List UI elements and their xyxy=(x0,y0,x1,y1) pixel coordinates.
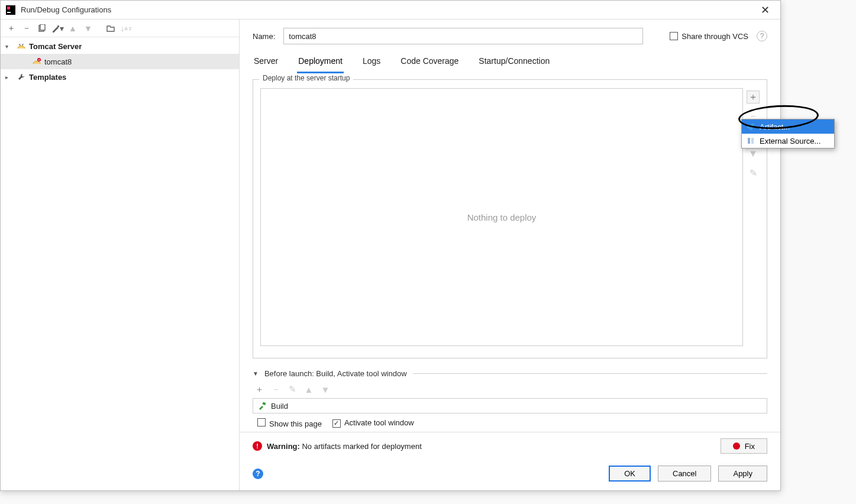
ok-button[interactable]: OK xyxy=(609,466,651,482)
checkbox-icon[interactable] xyxy=(670,32,678,40)
chevron-right-icon: ▸ xyxy=(5,74,14,80)
remove-config-button[interactable]: － xyxy=(20,21,34,35)
chevron-down-icon: ▼ xyxy=(253,370,259,377)
chevron-down-icon: ▾ xyxy=(5,43,14,50)
popup-item-artifact[interactable]: Artifact... xyxy=(742,119,834,134)
warning-bar: ! Warning: No artifacts marked for deplo… xyxy=(240,432,780,460)
config-tabs: Server Deployment Logs Code Coverage Sta… xyxy=(240,48,780,73)
deploy-area: Nothing to deploy ＋ － ▲ ▼ ✎ xyxy=(260,88,760,346)
svg-text:✕: ✕ xyxy=(38,58,40,62)
config-name-input[interactable] xyxy=(283,28,643,44)
close-icon[interactable]: ✕ xyxy=(755,1,776,19)
wrench-icon xyxy=(16,73,27,81)
tree-label: tomcat8 xyxy=(44,57,72,66)
move-down-button[interactable]: ▼ xyxy=(81,21,95,35)
tree-node-tomcat-server[interactable]: ▾ Tomcat Server xyxy=(1,38,239,54)
warning-text: No artifacts marked for deployment xyxy=(300,442,422,451)
copy-config-button[interactable] xyxy=(35,21,49,35)
name-label: Name: xyxy=(253,32,275,41)
tree-node-templates[interactable]: ▸ Templates xyxy=(1,69,239,85)
deploy-list: Nothing to deploy xyxy=(260,88,743,346)
name-row: Name: Share through VCS ? xyxy=(240,20,780,48)
dialog-body: ＋ － ▾ ▲ ▼ ↓a z xyxy=(1,20,780,490)
svg-rect-8 xyxy=(262,402,266,405)
before-launch-header[interactable]: ▼ Before launch: Build, Activate tool wi… xyxy=(253,369,767,378)
folder-button[interactable] xyxy=(104,21,118,35)
deploy-edit-button[interactable]: ✎ xyxy=(747,166,760,179)
before-launch-section: ▼ Before launch: Build, Activate tool wi… xyxy=(253,369,767,428)
bl-down-button[interactable]: ▼ xyxy=(319,383,332,396)
window-root: Run/Debug Configurations ✕ ＋ － ▾ ▲ ▼ xyxy=(0,0,856,504)
external-source-icon xyxy=(747,137,755,145)
bl-remove-button[interactable]: － xyxy=(269,383,282,396)
move-up-button[interactable]: ▲ xyxy=(66,21,80,35)
tab-startup-connection[interactable]: Startup/Connection xyxy=(477,53,551,73)
svg-rect-1 xyxy=(7,7,10,9)
popup-item-external-source[interactable]: External Source... xyxy=(742,134,834,148)
svg-rect-12 xyxy=(748,138,750,144)
warning-icon: ! xyxy=(253,441,262,451)
main-panel: Name: Share through VCS ? Server Deploym… xyxy=(240,20,780,490)
tab-deployment[interactable]: Deployment xyxy=(297,53,344,73)
bulb-icon xyxy=(733,442,740,450)
config-sidebar: ＋ － ▾ ▲ ▼ ↓a z xyxy=(1,20,240,490)
intellij-icon xyxy=(5,5,16,15)
config-tree: ▾ Tomcat Server ✕ tomcat8 ▸ xyxy=(1,37,239,490)
tab-logs[interactable]: Logs xyxy=(361,53,382,73)
svg-rect-13 xyxy=(751,138,754,144)
sidebar-toolbar: ＋ － ▾ ▲ ▼ ↓a z xyxy=(1,20,239,37)
popup-label: External Source... xyxy=(760,137,821,146)
deploy-down-button[interactable]: ▼ xyxy=(747,147,760,160)
dialog-buttons: ? OK Cancel Apply xyxy=(240,460,780,490)
cancel-button[interactable]: Cancel xyxy=(658,466,711,482)
deploy-add-button[interactable]: ＋ xyxy=(747,91,760,104)
apply-button[interactable]: Apply xyxy=(718,466,767,482)
before-launch-item-build[interactable]: Build xyxy=(253,398,767,413)
share-through-vcs[interactable]: Share through VCS xyxy=(670,32,748,41)
deploy-panel-title: Deploy at the server startup xyxy=(259,74,353,82)
activate-tool-window-checkbox[interactable]: ✓Activate tool window xyxy=(332,418,414,428)
separator-line xyxy=(413,373,767,374)
bl-up-button[interactable]: ▲ xyxy=(302,383,315,396)
tree-node-tomcat8[interactable]: ✕ tomcat8 xyxy=(1,54,239,69)
add-config-button[interactable]: ＋ xyxy=(4,21,18,35)
artifact-icon xyxy=(747,122,755,131)
build-item-label: Build xyxy=(271,402,288,411)
tab-code-coverage[interactable]: Code Coverage xyxy=(399,53,460,73)
popup-label: Artifact... xyxy=(760,122,790,131)
svg-rect-2 xyxy=(7,12,11,13)
show-this-page-checkbox[interactable]: Show this page xyxy=(257,418,322,428)
edit-settings-button[interactable]: ▾ xyxy=(50,21,64,35)
deploy-empty-text: Nothing to deploy xyxy=(467,212,537,222)
deploy-panel: Deploy at the server startup Nothing to … xyxy=(253,79,767,358)
titlebar: Run/Debug Configurations ✕ xyxy=(1,1,780,20)
dialog-title: Run/Debug Configurations xyxy=(21,5,111,14)
sort-button[interactable]: ↓a z xyxy=(119,21,133,35)
bl-edit-button[interactable]: ✎ xyxy=(286,383,299,396)
bl-add-button[interactable]: ＋ xyxy=(253,383,266,396)
share-help-icon[interactable]: ? xyxy=(757,31,767,41)
tree-label: Tomcat Server xyxy=(29,42,82,51)
tab-server[interactable]: Server xyxy=(253,53,279,73)
svg-rect-11 xyxy=(750,127,752,130)
run-config-dialog: Run/Debug Configurations ✕ ＋ － ▾ ▲ ▼ xyxy=(0,0,781,491)
before-launch-toolbar: ＋ － ✎ ▲ ▼ xyxy=(253,378,767,398)
tomcat-err-icon: ✕ xyxy=(31,58,42,65)
svg-rect-10 xyxy=(751,124,754,127)
before-launch-title: Before launch: Build, Activate tool wind… xyxy=(264,369,407,378)
tomcat-icon xyxy=(16,43,27,50)
help-icon[interactable]: ? xyxy=(253,469,263,479)
share-label: Share through VCS xyxy=(681,32,748,41)
warning-label: Warning: xyxy=(267,442,300,451)
tree-label: Templates xyxy=(29,73,66,82)
hammer-icon xyxy=(258,402,266,410)
fix-button[interactable]: Fix xyxy=(721,438,767,454)
svg-rect-4 xyxy=(40,24,45,30)
before-launch-checks: Show this page ✓Activate tool window xyxy=(253,413,767,428)
add-deploy-popup: Artifact... External Source... xyxy=(741,119,835,148)
